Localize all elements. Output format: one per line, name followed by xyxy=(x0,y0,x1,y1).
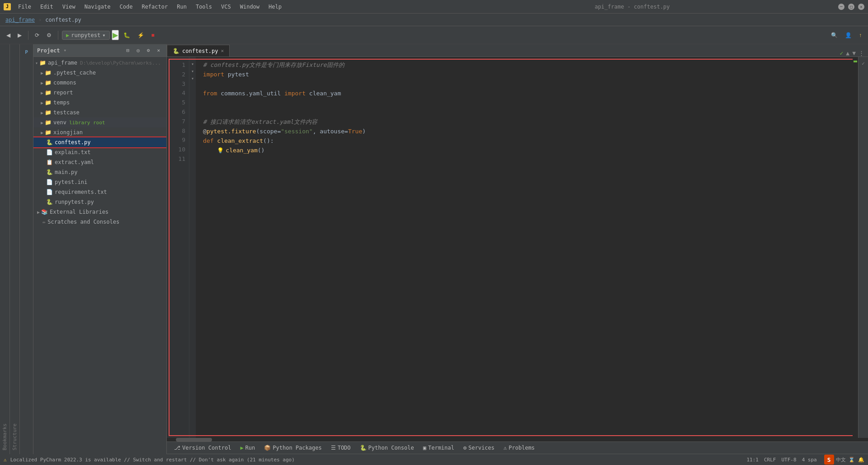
tree-report[interactable]: ▶ 📁 report xyxy=(33,88,166,98)
project-options[interactable]: ⚙ xyxy=(144,46,153,55)
menu-vcs[interactable]: VCS xyxy=(217,3,235,11)
horizontal-scrollbar[interactable] xyxy=(167,438,868,442)
tab-version-control[interactable]: ⎇ Version Control xyxy=(170,444,235,452)
code-line-1: # conftest.py文件是专门用来存放Fixture固件的 xyxy=(203,61,853,70)
toolbar-nav-forward[interactable]: ▶ xyxy=(15,31,24,40)
tab-conftest-py[interactable]: 🐍 conftest.py ✕ xyxy=(167,45,230,56)
tree-xiongjian[interactable]: ▶ 📁 xiongjian xyxy=(33,127,166,137)
run-with-coverage-button[interactable]: ⚡ xyxy=(135,31,147,40)
toolbar-sync[interactable]: ⟳ xyxy=(32,31,42,40)
tree-label-report: report xyxy=(53,89,73,96)
tree-extract-yaml[interactable]: 📋 extract.yaml xyxy=(33,157,166,167)
todo-icon: ☰ xyxy=(331,445,336,451)
status-indent[interactable]: 4 spa xyxy=(802,457,817,463)
tree-pytest-cache[interactable]: ▶ 📁 .pytest_cache xyxy=(33,68,166,78)
tree-requirements-txt[interactable]: 📄 requirements.txt xyxy=(33,187,166,197)
maximize-button[interactable]: □ xyxy=(848,4,854,10)
tree-main-py[interactable]: 🐍 main.py xyxy=(33,167,166,177)
tree-conftest-py[interactable]: 🐍 conftest.py xyxy=(33,137,166,147)
user-icon[interactable]: 👤 xyxy=(842,31,854,40)
menu-tools[interactable]: Tools xyxy=(192,3,216,11)
stop-button[interactable]: ■ xyxy=(149,31,157,40)
menu-navigate[interactable]: Navigate xyxy=(81,3,114,11)
scrollbar-thumb[interactable] xyxy=(176,438,212,442)
fold-4[interactable]: ▾ xyxy=(189,68,196,75)
tree-explain-txt[interactable]: 📄 explain.txt xyxy=(33,147,166,157)
tab-todo[interactable]: ☰ TODO xyxy=(327,444,354,452)
toolbar-nav-back[interactable]: ◀ xyxy=(4,31,13,40)
project-hide[interactable]: ✕ xyxy=(154,46,163,55)
project-locate-file[interactable]: ◎ xyxy=(134,46,142,55)
tree-label-explain: explain.txt xyxy=(55,149,90,155)
close-button[interactable]: ✕ xyxy=(858,4,864,10)
bookmarks-label[interactable]: Bookmarks xyxy=(2,420,8,454)
lightbulb-icon[interactable]: 💡 xyxy=(217,146,224,155)
editor-settings-icon[interactable]: ⋮ xyxy=(859,50,864,56)
menu-code[interactable]: Code xyxy=(116,3,137,11)
tree-venv[interactable]: ▶ 📁 venv library root xyxy=(33,117,166,127)
toolbar-settings[interactable]: ⚙ xyxy=(44,31,54,40)
minimize-button[interactable]: ─ xyxy=(838,4,844,10)
fold-2[interactable]: ▾ xyxy=(189,61,196,68)
search-everywhere-button[interactable]: 🔍 xyxy=(828,31,840,40)
update-icon[interactable]: ↑ xyxy=(856,31,864,40)
tree-root-apiframe[interactable]: ▾ 📁 api_frame D:\develop\PyCharm\works..… xyxy=(33,58,166,68)
chevron-down-icon[interactable]: ▼ xyxy=(852,50,856,56)
menu-view[interactable]: View xyxy=(59,3,79,11)
structure-panel: Structure xyxy=(10,44,20,454)
menu-window[interactable]: Window xyxy=(236,3,263,11)
menu-help[interactable]: Help xyxy=(265,3,285,11)
s-brand-icon: S xyxy=(824,455,834,465)
run-config-selector[interactable]: ▶ runpytest ▾ xyxy=(62,31,110,40)
tab-services[interactable]: ⚙ Services xyxy=(460,444,498,452)
menu-run[interactable]: Run xyxy=(173,3,190,11)
structure-label[interactable]: Structure xyxy=(12,420,18,454)
tree-testcase[interactable]: ▶ 📁 testcase xyxy=(33,108,166,117)
notification-check[interactable]: ✓ xyxy=(860,59,867,68)
tab-run[interactable]: ▶ Run xyxy=(236,444,259,452)
tab-problems[interactable]: ⚠ Problems xyxy=(500,444,538,452)
tab-python-packages[interactable]: 📦 Python Packages xyxy=(260,444,325,452)
menu-edit[interactable]: Edit xyxy=(37,3,57,11)
status-encoding[interactable]: UTF-8 xyxy=(782,457,797,463)
status-line-ending[interactable]: CRLF xyxy=(764,457,776,463)
tree-external-libraries[interactable]: ▶ 📚 External Libraries xyxy=(33,207,166,217)
tab-terminal[interactable]: ▣ Terminal xyxy=(420,444,458,452)
folder-icon-report: 📁 xyxy=(45,89,52,96)
code-line-6 xyxy=(203,108,853,117)
status-position[interactable]: 11:1 xyxy=(747,457,759,463)
code-line-3 xyxy=(203,80,853,89)
project-collapse-all[interactable]: ⊟ xyxy=(124,46,132,55)
code-line-10: 💡 clean_yam () xyxy=(203,146,853,155)
project-dropdown-icon[interactable]: ▾ xyxy=(64,47,67,53)
chevron-up-icon[interactable]: ▲ xyxy=(846,50,849,56)
debug-button[interactable]: 🐛 xyxy=(121,31,133,40)
line-numbers: 1 2 3 4 5 6 7 8 9 10 11 xyxy=(167,57,189,438)
breadcrumb-project[interactable]: api_frame xyxy=(5,17,35,23)
folder-icon-temps: 📁 xyxy=(45,99,52,106)
tree-temps[interactable]: ▶ 📁 temps xyxy=(33,98,166,108)
fold-9[interactable]: ▾ xyxy=(189,75,196,82)
code-editor[interactable]: 1 2 3 4 5 6 7 8 9 10 11 xyxy=(167,57,858,438)
menu-file[interactable]: File xyxy=(14,3,35,11)
tab-close-button[interactable]: ✕ xyxy=(221,48,224,54)
at-sign: @ xyxy=(203,127,207,136)
run-button[interactable]: ▶ xyxy=(112,30,119,40)
tree-label-main: main.py xyxy=(55,169,78,175)
tree-label-root: api_frame xyxy=(48,60,77,66)
status-message[interactable]: Localized PyCharm 2022.3 is available //… xyxy=(10,457,743,463)
menu-refactor[interactable]: Refactor xyxy=(138,3,171,11)
code-content[interactable]: # conftest.py文件是专门用来存放Fixture固件的 import … xyxy=(196,57,853,438)
tree-scratches[interactable]: ✏ Scratches and Consoles xyxy=(33,217,166,227)
py-icon-runpytest: 🐍 xyxy=(46,199,53,205)
decorator-pytest: pytest.fixture xyxy=(207,127,256,136)
breadcrumb-file[interactable]: conftest.py xyxy=(45,17,81,23)
tree-commons[interactable]: ▶ 📁 commons xyxy=(33,78,166,88)
tab-file-icon: 🐍 xyxy=(173,48,179,54)
tab-python-console[interactable]: 🐍 Python Console xyxy=(356,444,418,452)
project-tool-icon[interactable]: P xyxy=(21,46,33,58)
tree-pytest-ini[interactable]: 📄 pytest.ini xyxy=(33,177,166,187)
tree-venv-lib-label: library root xyxy=(69,120,105,126)
editor-scrollbar[interactable] xyxy=(853,57,858,438)
tree-runpytest-py[interactable]: 🐍 runpytest.py xyxy=(33,197,166,207)
